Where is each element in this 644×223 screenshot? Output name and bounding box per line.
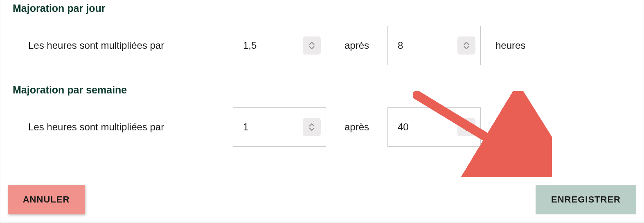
daily-threshold-value[interactable]: 8 <box>388 40 457 51</box>
button-bar: ANNULER ENREGISTRER <box>0 185 644 214</box>
daily-row: Les heures sont multipliées par 1,5 aprè… <box>13 26 631 82</box>
cancel-button[interactable]: ANNULER <box>8 185 85 214</box>
weekly-threshold-value[interactable]: 40 <box>388 121 457 133</box>
stepper-icon[interactable] <box>303 118 321 136</box>
daily-multiplier-input[interactable]: 1,5 <box>233 26 326 65</box>
weekly-multiplier-value[interactable]: 1 <box>233 121 303 133</box>
daily-multiplier-value[interactable]: 1,5 <box>233 40 303 51</box>
weekly-row: Les heures sont multipliées par 1 après … <box>13 107 631 163</box>
weekly-threshold-input[interactable]: 40 <box>387 107 481 147</box>
weekly-heading: Majoration par semaine <box>13 82 631 107</box>
daily-trail-label: heures <box>481 40 525 51</box>
weekly-trail-label: heures <box>481 121 525 133</box>
weekly-multiplier-input[interactable]: 1 <box>233 107 326 147</box>
daily-lead-label: Les heures sont multipliées par <box>28 40 233 51</box>
stepper-icon[interactable] <box>457 36 475 55</box>
daily-mid-label: après <box>326 40 387 51</box>
stepper-icon[interactable] <box>303 36 321 55</box>
daily-threshold-input[interactable]: 8 <box>387 26 481 65</box>
stepper-icon[interactable] <box>457 118 475 136</box>
save-button[interactable]: ENREGISTRER <box>536 185 636 214</box>
weekly-lead-label: Les heures sont multipliées par <box>28 121 233 133</box>
daily-heading: Majoration par jour <box>13 0 631 26</box>
weekly-mid-label: après <box>326 121 387 133</box>
